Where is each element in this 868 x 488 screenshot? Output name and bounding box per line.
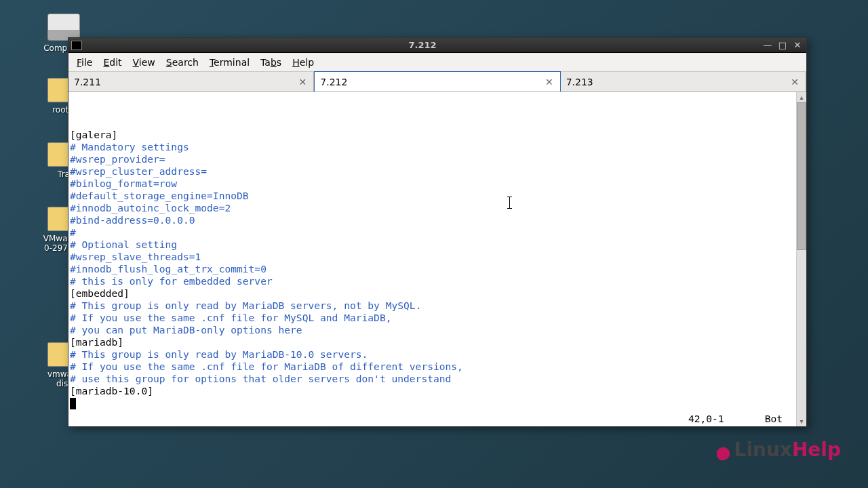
editor-line: # (70, 226, 795, 239)
menu-view[interactable]: View (129, 56, 159, 69)
linuxhelp-logo: LinuxHelp (714, 439, 841, 461)
editor-line: # If you use the same .cnf file for MySQ… (70, 312, 795, 324)
editor-line: #default_storage_engine=InnoDB (70, 190, 795, 202)
terminal-content[interactable]: [galera]# Mandatory settings#wsrep_provi… (68, 92, 796, 426)
editor-line: #wsrep_cluster_address= (70, 165, 795, 178)
editor-line: [mariadb] (70, 336, 795, 348)
editor-line: #innodb_autoinc_lock_mode=2 (70, 202, 795, 214)
tab-label: 7.211 (74, 77, 101, 87)
editor-line: [mariadb-10.0] (70, 385, 795, 397)
menu-terminal[interactable]: Terminal (205, 56, 254, 69)
cursor-position: 42,0-1 (688, 413, 724, 425)
editor-line: # This group is only read by MariaDB ser… (70, 300, 795, 312)
editor-line: # use this group for options that older … (70, 373, 795, 385)
close-button[interactable]: ✕ (793, 40, 802, 50)
editor-line: #binlog_format=row (70, 178, 795, 190)
vertical-scrollbar[interactable]: ▴ ▾ (796, 92, 806, 426)
computer-icon (47, 14, 80, 41)
cursor-line (70, 397, 795, 409)
block-cursor (70, 398, 76, 409)
tab-7212[interactable]: 7.212 ✕ (314, 71, 560, 92)
tab-label: 7.212 (320, 77, 347, 87)
menu-file[interactable]: File (73, 56, 96, 69)
tab-7211[interactable]: 7.211 ✕ (68, 72, 314, 92)
editor-line: # this is only for embedded server (70, 275, 795, 287)
editor-line: [embedded] (70, 287, 795, 300)
maximize-button[interactable]: □ (778, 40, 787, 50)
menu-search[interactable]: Search (162, 56, 203, 69)
editor-line: # If you use the same .cnf file for Mari… (70, 361, 795, 373)
window-title: 7.212 (82, 40, 763, 50)
menu-edit[interactable]: Edit (99, 56, 125, 69)
tab-7213[interactable]: 7.213 ✕ (561, 72, 806, 92)
tabbar: 7.211 ✕ 7.212 ✕ 7.213 ✕ (68, 72, 806, 92)
editor-line: #wsrep_slave_threads=1 (70, 251, 795, 263)
editor-line: #wsrep_provider= (70, 153, 795, 165)
logo-text: LinuxHelp (734, 439, 841, 461)
editor-line: # you can put MariaDB-only options here (70, 324, 795, 336)
terminal-body: [galera]# Mandatory settings#wsrep_provi… (68, 92, 806, 426)
tab-close-icon[interactable]: ✕ (544, 77, 555, 87)
flame-icon (711, 438, 732, 462)
terminal-window: 7.212 — □ ✕ File Edit View Search Termin… (68, 37, 807, 427)
text-cursor-icon (509, 197, 510, 209)
tab-close-icon[interactable]: ✕ (298, 77, 309, 87)
editor-line: #bind-address=0.0.0.0 (70, 214, 795, 226)
menu-help[interactable]: Help (288, 56, 318, 69)
tab-close-icon[interactable]: ✕ (789, 77, 800, 87)
window-titlebar[interactable]: 7.212 — □ ✕ (68, 38, 806, 53)
editor-line: # This group is only read by MariaDB-10.… (70, 348, 795, 361)
editor-line: # Optional setting (70, 239, 795, 251)
tab-label: 7.213 (566, 77, 593, 87)
scrollbar-track[interactable] (797, 102, 806, 416)
terminal-icon (71, 41, 82, 50)
editor-line: #innodb_flush_log_at_trx_commit=0 (70, 263, 795, 275)
scroll-position: Bot (765, 413, 783, 425)
editor-line: # Mandatory settings (70, 141, 795, 153)
scrollbar-thumb[interactable] (797, 102, 806, 250)
scroll-up-icon[interactable]: ▴ (797, 92, 806, 102)
editor-line: [galera] (70, 129, 795, 141)
window-controls: — □ ✕ (763, 40, 802, 50)
minimize-button[interactable]: — (763, 40, 772, 50)
scroll-down-icon[interactable]: ▾ (797, 416, 806, 426)
menubar: File Edit View Search Terminal Tabs Help (68, 53, 806, 72)
vim-status-line: 42,0-1 Bot (688, 413, 785, 426)
menu-tabs[interactable]: Tabs (256, 56, 285, 69)
